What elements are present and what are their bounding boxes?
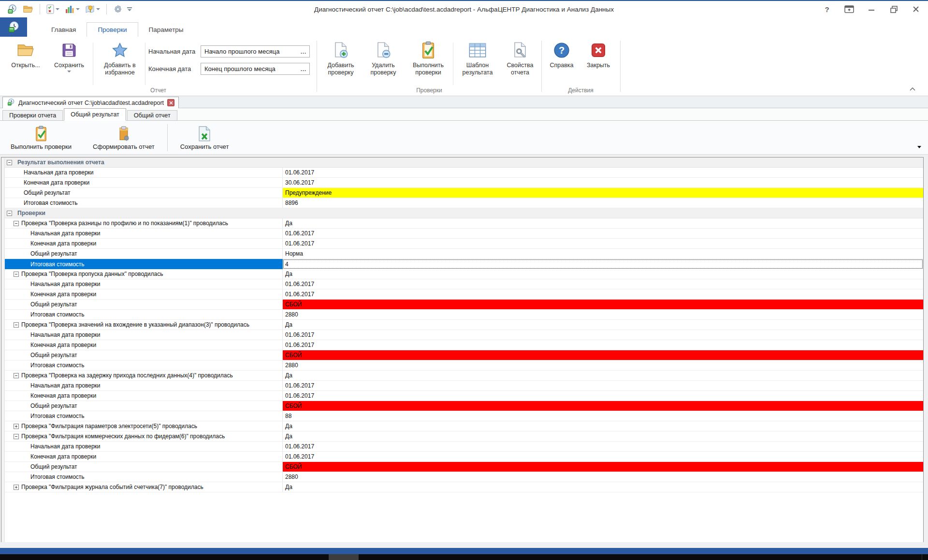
ribbon-tabs: Главная Проверки Параметры (41, 22, 194, 37)
table-row[interactable]: Общий результатСБОЙ (5, 300, 923, 310)
dropdown-caret-icon[interactable] (76, 8, 80, 10)
table-row[interactable]: Конечная дата проверки01.06.2017 (5, 391, 923, 401)
table-row[interactable]: Итоговая стоимость88 (5, 411, 923, 421)
table-row[interactable]: Общий результатСБОЙ (5, 350, 923, 360)
collapse-icon[interactable] (14, 434, 19, 439)
tab-glavnaya[interactable]: Главная (41, 22, 87, 37)
table-row[interactable]: Проверка "Фильтрация параметров электрос… (5, 421, 923, 431)
result-template-button[interactable]: Шаблон результата (457, 41, 498, 76)
expand-icon[interactable] (14, 485, 19, 490)
minimize-button[interactable] (864, 3, 879, 15)
app-button[interactable] (0, 17, 27, 37)
ribbon-display-options-button[interactable] (842, 3, 856, 15)
row-value: 01.06.2017 (285, 443, 314, 450)
add-to-favorites-button[interactable]: Добавить в избранное (97, 41, 143, 76)
save-dropdown-caret-icon[interactable] (67, 71, 71, 72)
table-row[interactable]: Начальная дата проверки01.06.2017 (5, 168, 923, 178)
table-row[interactable]: Результат выполнения отчета (5, 158, 923, 168)
save-report-button[interactable]: Сохранить (48, 41, 90, 72)
table-row[interactable]: Общий результатСБОЙ (5, 462, 923, 472)
row-value-cell: СБОЙ (283, 462, 923, 472)
table-row[interactable]: Конечная дата проверки01.06.2017 (5, 340, 923, 350)
table-row[interactable]: Общий результатСБОЙ (5, 401, 923, 411)
tab-proverki-otcheta[interactable]: Проверки отчета (2, 110, 63, 120)
tab-parametry[interactable]: Параметры (138, 22, 194, 37)
row-label: Конечная дата проверки (30, 453, 96, 460)
table-row[interactable]: Проверка "Фильтрация коммерческих данных… (5, 431, 923, 442)
row-value-cell: 01.06.2017 (283, 330, 923, 340)
expand-icon[interactable] (14, 424, 19, 429)
close-report-button[interactable]: Закрыть (582, 41, 614, 69)
help-button[interactable]: ? (820, 3, 834, 15)
table-row[interactable]: Начальная дата проверки01.06.2017 (5, 229, 923, 239)
start-date-input[interactable]: Начало прошлого месяца ... (201, 45, 310, 57)
row-label: Проверка "Проверка разницы по профилю и … (21, 220, 228, 227)
table-row[interactable]: Итоговая стоимость4 (5, 259, 923, 269)
row-label-cell: Начальная дата проверки (5, 330, 283, 340)
close-button[interactable] (909, 3, 923, 15)
row-value-cell: 01.06.2017 (283, 279, 923, 289)
collapse-icon[interactable] (14, 272, 19, 277)
settings-gear-icon[interactable] (112, 3, 124, 15)
table-row[interactable]: Конечная дата проверки01.06.2017 (5, 239, 923, 249)
collapse-icon[interactable] (14, 221, 19, 226)
open-folder-icon (16, 41, 35, 60)
table-row[interactable]: Начальная дата проверки01.06.2017 (5, 279, 923, 289)
collapse-icon[interactable] (7, 160, 12, 165)
table-row[interactable]: Проверка "Проверка значений на вхождение… (5, 320, 923, 330)
save-report-toolbar-button[interactable]: Сохранить отчет (170, 125, 240, 150)
open-report-button[interactable]: Открыть... (6, 41, 45, 69)
restore-button[interactable] (886, 3, 901, 15)
table-row[interactable]: Проверка "Проверка пропуска данных" пров… (5, 269, 923, 279)
delete-check-button[interactable]: Удалить проверку (363, 41, 403, 76)
collapse-icon[interactable] (7, 211, 12, 216)
table-row[interactable]: Начальная дата проверки01.06.2017 (5, 442, 923, 452)
table-row[interactable]: Проверка "Проверка разницы по профилю и … (5, 218, 923, 229)
tab-obschiy-rezultat[interactable]: Общий результат (64, 108, 126, 121)
help-ribbon-button[interactable]: ? Справка (546, 41, 578, 69)
table-row[interactable]: Начальная дата проверки01.06.2017 (5, 330, 923, 340)
table-row[interactable]: Проверки (5, 208, 923, 218)
toolbar-overflow-icon[interactable] (917, 146, 921, 148)
row-label-cell: Конечная дата проверки (5, 340, 283, 350)
table-row[interactable]: Конечная дата проверки01.06.2017 (5, 452, 923, 462)
row-value: СБОЙ (285, 463, 302, 470)
map-icon[interactable] (84, 3, 101, 15)
table-row[interactable]: Начальная дата проверки01.06.2017 (5, 381, 923, 391)
table-row[interactable]: Итоговая стоимость8896 (5, 198, 923, 208)
row-indicator-column (1, 158, 5, 544)
dropdown-caret-icon[interactable] (96, 8, 100, 10)
run-checks-button[interactable]: Выполнить проверки (406, 41, 450, 76)
document-tab[interactable]: Диагностический отчет C:\job\acdad\test.… (2, 97, 179, 108)
table-row[interactable]: Проверка "Проверка на задержку прихода п… (5, 371, 923, 381)
collapse-icon[interactable] (14, 373, 19, 378)
customize-toolbar-icon[interactable] (127, 7, 132, 11)
table-row[interactable]: Конечная дата проверки01.06.2017 (5, 289, 923, 300)
table-row[interactable]: Итоговая стоимость2880 (5, 360, 923, 371)
table-row[interactable]: Общий результатНорма (5, 249, 923, 259)
add-check-button[interactable]: Добавить проверку (321, 41, 361, 76)
report-properties-button[interactable]: Свойства отчета (501, 41, 539, 76)
table-row[interactable]: Итоговая стоимость2880 (5, 310, 923, 320)
open-folder-icon[interactable] (22, 4, 34, 14)
generate-report-toolbar-button[interactable]: Сформировать отчет (82, 125, 165, 150)
run-checks-toolbar-button[interactable]: Выполнить проверки (0, 125, 82, 150)
row-label-cell: Конечная дата проверки (5, 391, 283, 401)
dropdown-caret-icon[interactable] (56, 8, 59, 10)
tab-obschiy-otchet[interactable]: Общий отчет (127, 110, 177, 120)
taskbar-app-button[interactable] (329, 554, 359, 560)
table-row[interactable]: Проверка "Фильтрация журнала событий сче… (5, 482, 923, 492)
row-label: Итоговая стоимость (30, 261, 85, 268)
tab-proverki[interactable]: Проверки (87, 22, 138, 37)
table-row[interactable]: Общий результатПредупреждение (5, 188, 923, 198)
collapse-icon[interactable] (14, 322, 19, 328)
report-checks-icon[interactable] (45, 3, 60, 15)
table-row[interactable]: Итоговая стоимость2880 (5, 472, 923, 482)
table-row[interactable]: Конечная дата проверки30.06.2017 (5, 178, 923, 188)
charts-icon[interactable] (64, 3, 81, 15)
document-close-button[interactable] (167, 99, 174, 106)
end-date-browse-button[interactable]: ... (298, 66, 309, 72)
collapse-ribbon-icon[interactable] (910, 84, 915, 93)
end-date-input[interactable]: Конец прошлого месяца ... (201, 63, 310, 75)
start-date-browse-button[interactable]: ... (298, 49, 309, 55)
